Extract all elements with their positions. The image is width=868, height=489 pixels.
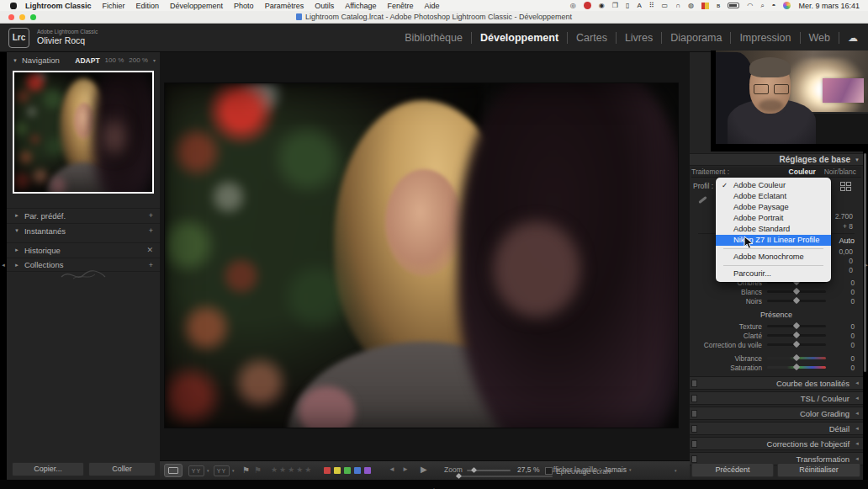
- menu-affichage[interactable]: Affichage: [345, 2, 376, 10]
- module-web[interactable]: Web: [800, 32, 839, 44]
- panel-presets[interactable]: ► Par. prédéf. +: [7, 208, 160, 222]
- caret-down-icon[interactable]: ▾: [629, 467, 632, 472]
- collapse-left-arrow-icon[interactable]: ◄: [855, 411, 860, 416]
- panel-toggle-switch[interactable]: [691, 410, 697, 417]
- before-after-tb-button[interactable]: YY: [214, 465, 230, 476]
- menu-photo[interactable]: Photo: [234, 2, 254, 10]
- menu-edition[interactable]: Edition: [136, 2, 160, 10]
- color-label-yellow[interactable]: [334, 467, 341, 474]
- panel-detail[interactable]: Détail ◄: [690, 422, 863, 435]
- add-collection-icon[interactable]: +: [149, 261, 160, 269]
- panel-lens-corrections[interactable]: Corrections de l'objectif ◄: [690, 437, 863, 450]
- color-label-purple[interactable]: [364, 467, 371, 474]
- basic-panel-header[interactable]: Réglages de base ▼: [690, 153, 863, 166]
- left-panel-collapse-strip[interactable]: ◄: [0, 52, 7, 480]
- texture-slider[interactable]: [767, 325, 826, 327]
- menu-aide[interactable]: Aide: [425, 2, 440, 10]
- before-after-lr-button[interactable]: YY: [188, 465, 204, 476]
- disclosure-down-icon[interactable]: ▼: [855, 157, 860, 162]
- highlights-value[interactable]: 0: [849, 266, 853, 274]
- reject-flag-icon[interactable]: ⚑: [254, 465, 262, 475]
- profile-option-adobe-monochrome[interactable]: Adobe Monochrome: [716, 252, 831, 263]
- font-tool-icon[interactable]: A: [637, 0, 641, 11]
- add-snapshot-icon[interactable]: +: [149, 226, 160, 235]
- color-label-red[interactable]: [324, 467, 331, 474]
- grid-size-slider-thumb[interactable]: [456, 473, 462, 479]
- previous-photo-arrow-icon[interactable]: ◄: [389, 465, 395, 473]
- clear-history-icon[interactable]: ✕: [146, 246, 160, 254]
- panel-toggle-switch[interactable]: [691, 425, 697, 433]
- white-balance-eyedropper-icon[interactable]: [696, 194, 708, 205]
- grid-size-slider[interactable]: [456, 476, 553, 477]
- panel-toggle-switch[interactable]: [691, 440, 697, 448]
- headphones-icon[interactable]: ∩: [675, 0, 680, 11]
- collapse-left-arrow-icon[interactable]: ◄: [855, 396, 860, 401]
- module-impression[interactable]: Impression: [730, 32, 799, 44]
- profile-option-adobe-portrait[interactable]: Adobe Portrait: [716, 213, 831, 224]
- filmstrip-collapsed-bar[interactable]: ▲: [0, 480, 868, 489]
- profile-option-parcourir[interactable]: Parcourir...: [716, 268, 831, 279]
- dehaze-slider[interactable]: [767, 343, 826, 346]
- windows-icon[interactable]: ❐: [612, 0, 618, 11]
- spotlight-icon[interactable]: ⌕: [760, 0, 764, 11]
- exposure-value[interactable]: 0,00: [839, 247, 853, 256]
- whites-slider[interactable]: [767, 290, 826, 293]
- zoom-slider-thumb[interactable]: [471, 467, 477, 473]
- module-developpement[interactable]: Développement: [471, 32, 567, 44]
- docker-icon[interactable]: [584, 2, 591, 9]
- trash-icon[interactable]: ▯: [626, 0, 629, 11]
- auto-tone-button[interactable]: Auto: [839, 237, 855, 245]
- disclosure-right-icon[interactable]: ►: [14, 247, 19, 252]
- menu-fenetre[interactable]: Fenêtre: [388, 2, 414, 10]
- zoom-200-option[interactable]: 200 %: [129, 56, 148, 64]
- disclosure-down-icon[interactable]: ▼: [13, 58, 18, 63]
- paste-settings-button[interactable]: Coller: [88, 462, 156, 476]
- clarity-slider[interactable]: [767, 334, 826, 337]
- star-rating-control[interactable]: ★★★★★: [271, 465, 313, 474]
- caret-down-icon[interactable]: ▾: [207, 468, 209, 473]
- navigator-preview[interactable]: [13, 71, 154, 194]
- profile-option-adobe-couleur[interactable]: ✓ Adobe Couleur: [716, 180, 831, 191]
- soft-proofing-checkbox[interactable]: [545, 467, 553, 475]
- contrast-value[interactable]: 0: [849, 257, 853, 265]
- cloud-sync-icon[interactable]: ☁: [839, 32, 860, 44]
- reset-button[interactable]: Réinitialiser: [777, 463, 860, 477]
- collapse-right-arrow-icon[interactable]: ►: [864, 263, 868, 268]
- menu-fichier[interactable]: Fichier: [103, 2, 125, 10]
- treatment-bw-option[interactable]: Noir/blanc: [824, 167, 856, 176]
- panel-hsl-color[interactable]: TSL / Couleur ◄: [690, 391, 863, 405]
- navigation-panel-header[interactable]: ▼ Navigation ADAPT 100 % 200 % ▾: [7, 54, 160, 66]
- previous-button[interactable]: Précédent: [691, 463, 774, 477]
- profile-option-nikon-z7-linear[interactable]: Nikon Z7 II Linear Profile: [716, 235, 831, 246]
- zoom-100-option[interactable]: 100 %: [105, 56, 124, 64]
- collapse-left-arrow-icon[interactable]: ◄: [855, 426, 860, 431]
- collapse-left-arrow-icon[interactable]: ◄: [855, 456, 860, 461]
- zoom-fit-option[interactable]: ADAPT: [75, 56, 99, 65]
- apple-icon[interactable]: [10, 3, 17, 9]
- wb-tint-value[interactable]: + 8: [843, 222, 853, 231]
- color-label-blue[interactable]: [354, 467, 361, 474]
- wifi-icon[interactable]: ◠: [747, 0, 753, 11]
- panel-snapshots[interactable]: ▼ Instantanés +: [7, 223, 160, 237]
- menu-parametres[interactable]: Paramètres: [265, 2, 304, 10]
- panel-color-grading[interactable]: Color Grading ◄: [690, 407, 863, 420]
- treatment-color-option[interactable]: Couleur: [789, 167, 816, 176]
- belgium-flag-icon[interactable]: [701, 3, 709, 9]
- module-bibliotheque[interactable]: Bibliothèque: [396, 32, 471, 44]
- battery-icon[interactable]: [728, 3, 739, 8]
- copy-settings-button[interactable]: Copier...: [12, 462, 84, 476]
- panel-history[interactable]: ► Historique ✕: [7, 242, 160, 257]
- profile-option-adobe-paysage[interactable]: Adobe Paysage: [716, 202, 831, 213]
- slideshow-play-icon[interactable]: ▶: [421, 465, 427, 474]
- module-cartes[interactable]: Cartes: [567, 32, 616, 44]
- menu-developpement[interactable]: Développement: [170, 2, 223, 10]
- vibrance-slider[interactable]: [767, 357, 826, 359]
- panel-tone-curve[interactable]: Courbe des tonalités ◄: [690, 376, 863, 390]
- next-photo-arrow-icon[interactable]: ►: [402, 465, 409, 473]
- disclosure-right-icon[interactable]: ►: [14, 263, 19, 268]
- keyboard-icon[interactable]: ⠿: [649, 0, 654, 11]
- caret-down-icon[interactable]: ▾: [232, 468, 235, 473]
- control-center-icon[interactable]: ◓: [772, 0, 776, 11]
- toolbar-options-caret-icon[interactable]: ▾: [675, 468, 677, 473]
- display-icon[interactable]: ▭: [662, 0, 669, 11]
